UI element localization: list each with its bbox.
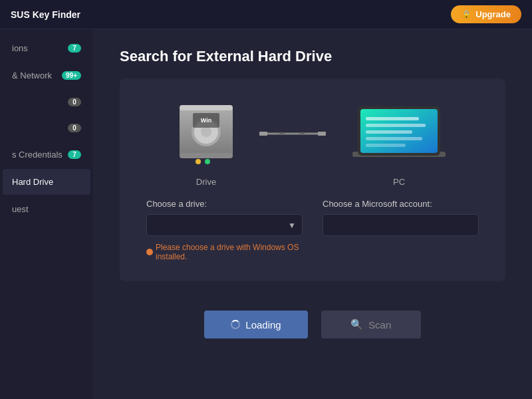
pc-label: PC [393, 177, 405, 187]
sidebar-item-windows[interactable]: ions 7 [3, 35, 90, 61]
button-row: Loading 🔍 Scan [93, 311, 532, 338]
sidebar-item-credentials[interactable]: s Credentials 7 [3, 142, 90, 168]
svg-rect-13 [279, 132, 285, 135]
microsoft-form-label: Choose a Microsoft account: [323, 199, 479, 209]
sidebar-item-item3[interactable]: 0 [3, 90, 90, 114]
sidebar-badge-windows: 7 [68, 44, 81, 53]
scan-button[interactable]: 🔍 Scan [321, 311, 421, 338]
drive-form-group: Choose a drive: ▼ Please choose a drive … [146, 199, 303, 261]
svg-rect-1 [180, 105, 233, 110]
pc-container: PC [346, 98, 452, 187]
error-dot-icon [146, 249, 153, 255]
sidebar-badge-item3: 0 [68, 98, 81, 106]
svg-rect-2 [180, 153, 233, 158]
svg-rect-14 [299, 132, 305, 135]
svg-rect-22 [366, 144, 406, 147]
upgrade-button[interactable]: 🔒 Upgrade [451, 5, 521, 23]
content-area: Search for External Hard Drive [93, 29, 532, 399]
svg-rect-12 [318, 132, 326, 136]
scan-panel: Win Drive [120, 78, 505, 281]
loading-button[interactable]: Loading [204, 311, 307, 338]
microsoft-account-input[interactable] [323, 214, 479, 236]
pc-icon [346, 98, 452, 172]
svg-rect-21 [366, 137, 422, 140]
svg-point-8 [196, 159, 201, 164]
drive-select[interactable] [146, 214, 303, 236]
sidebar-badge-credentials: 7 [68, 150, 81, 159]
svg-point-9 [205, 159, 210, 164]
sidebar-badge-network: 99+ [62, 71, 81, 80]
sidebar-badge-item4: 0 [68, 124, 81, 132]
drive-container: Win Drive [173, 98, 239, 187]
microsoft-form-group: Choose a Microsoft account: [323, 199, 479, 261]
lock-icon: 🔒 [462, 10, 471, 19]
svg-rect-19 [366, 124, 426, 127]
cable-icon [259, 127, 326, 140]
app-header: SUS Key Finder 🔒 Upgrade [0, 0, 532, 29]
drive-label: Drive [196, 177, 216, 187]
search-icon: 🔍 [350, 319, 363, 331]
svg-point-5 [201, 126, 211, 137]
sidebar-item-quest[interactable]: uest [3, 196, 90, 222]
sidebar-item-network[interactable]: & Network 99+ [3, 63, 90, 88]
main-layout: ions 7 & Network 99+ 0 0 s Credentials 7… [0, 29, 532, 399]
sidebar-item-harddrive[interactable]: Hard Drive [3, 169, 90, 195]
page-title: Search for External Hard Drive [93, 29, 532, 78]
form-row: Choose a drive: ▼ Please choose a drive … [146, 199, 479, 261]
drive-form-label: Choose a drive: [146, 199, 303, 209]
drive-error-message: Please choose a drive with Windows OS in… [146, 243, 303, 261]
svg-rect-10 [259, 132, 267, 136]
svg-text:Win: Win [201, 117, 211, 124]
sidebar: ions 7 & Network 99+ 0 0 s Credentials 7… [0, 29, 93, 399]
app-title: SUS Key Finder [11, 9, 80, 20]
drive-select-wrapper: ▼ [146, 214, 303, 236]
loading-spinner-icon [231, 320, 240, 329]
drive-icon: Win [173, 98, 239, 172]
sidebar-item-item4[interactable]: 0 [3, 116, 90, 140]
cable-connector [259, 127, 326, 140]
svg-rect-18 [366, 117, 419, 120]
svg-rect-20 [366, 130, 412, 134]
illustration: Win Drive [173, 98, 452, 187]
